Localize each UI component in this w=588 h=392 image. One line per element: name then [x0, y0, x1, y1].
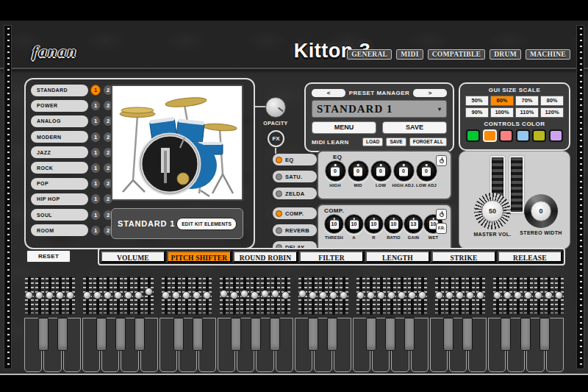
color-swatch-blue[interactable] — [516, 129, 530, 142]
black-key[interactable] — [115, 318, 126, 351]
fx-radio-satu[interactable]: SATU. — [273, 171, 317, 182]
kit-variant-button[interactable]: 1 — [90, 210, 101, 221]
fader-thumb[interactable] — [162, 291, 170, 299]
midi-learn-button[interactable]: SAVE — [386, 138, 406, 146]
fader-thumb[interactable] — [398, 291, 406, 299]
pitch-fader[interactable] — [229, 277, 239, 315]
pitch-fader[interactable] — [161, 277, 171, 315]
fader-thumb[interactable] — [66, 291, 74, 299]
knob-high[interactable]: 0 — [325, 160, 346, 182]
preset-select[interactable]: STANDARD 1 ▾ — [312, 100, 447, 118]
pitch-fader[interactable] — [376, 277, 386, 315]
pitch-fader[interactable] — [397, 277, 406, 315]
kit-name-pill[interactable]: ROCK — [31, 162, 88, 174]
pitch-fader[interactable] — [298, 277, 307, 315]
gui-scale-button[interactable]: 60% — [490, 96, 514, 106]
pitch-fader[interactable] — [281, 277, 290, 315]
black-key[interactable] — [404, 318, 415, 351]
kit-name-pill[interactable]: HIP HOP — [31, 193, 88, 205]
fader-thumb[interactable] — [524, 291, 532, 299]
fx-toggle-button[interactable]: FX — [268, 130, 284, 147]
pitch-fader[interactable] — [387, 277, 396, 315]
pitch-fader[interactable] — [523, 277, 533, 315]
pitch-fader[interactable] — [45, 277, 54, 315]
fader-thumb[interactable] — [466, 291, 474, 299]
kit-name-pill[interactable]: JAZZ — [31, 146, 88, 158]
color-swatch-salmon[interactable] — [499, 129, 513, 142]
master-volume-knob[interactable]: 50 — [474, 193, 511, 229]
pitch-fader[interactable] — [455, 277, 465, 315]
pitch-fader[interactable] — [318, 277, 328, 315]
fader-thumb[interactable] — [46, 291, 54, 299]
fader-thumb[interactable] — [282, 291, 290, 299]
midi-learn-button[interactable]: LOAD — [362, 138, 383, 146]
tab-strike[interactable]: STRIKE — [431, 251, 496, 263]
pitch-fader[interactable] — [55, 277, 65, 315]
reset-button[interactable]: RESET — [26, 250, 71, 263]
fader-thumb[interactable] — [124, 291, 132, 299]
fader-thumb[interactable] — [456, 291, 464, 299]
knob-thresh[interactable]: 10 — [324, 214, 344, 234]
black-key[interactable] — [193, 318, 203, 351]
fx-radio-comp[interactable]: COMP. — [273, 207, 317, 219]
fader-thumb[interactable] — [418, 291, 426, 299]
kit-name-pill[interactable]: POP — [31, 178, 88, 190]
fader-thumb[interactable] — [377, 291, 385, 299]
pitch-fader[interactable] — [445, 277, 454, 315]
black-key[interactable] — [231, 318, 241, 351]
knob-low[interactable]: 0 — [370, 160, 392, 182]
pitch-fader[interactable] — [24, 277, 34, 315]
kit-variant-button[interactable]: 1 — [90, 132, 101, 143]
fader-thumb[interactable] — [555, 291, 563, 299]
fader-thumb[interactable] — [476, 291, 484, 299]
pitch-fader[interactable] — [144, 277, 154, 315]
tab-round-robin[interactable]: ROUND ROBIN — [233, 251, 298, 263]
fader-thumb[interactable] — [56, 291, 64, 299]
menu-button[interactable]: MENU — [312, 121, 376, 134]
pitch-fader[interactable] — [308, 277, 318, 315]
pitch-fader[interactable] — [476, 277, 485, 315]
tab-filter[interactable]: FILTER — [299, 251, 364, 263]
fader-thumb[interactable] — [534, 291, 542, 299]
black-key[interactable] — [173, 318, 184, 351]
tab-length[interactable]: LENGTH — [365, 251, 430, 263]
fader-thumb[interactable] — [445, 291, 453, 299]
fader-thumb[interactable] — [172, 291, 180, 299]
black-key[interactable] — [270, 318, 280, 351]
kit-name-pill[interactable]: ROOM — [31, 224, 88, 236]
kit-variant-button[interactable]: 1 — [90, 225, 101, 236]
tab-volume[interactable]: VOLUME — [101, 251, 165, 263]
knob-mid[interactable]: 0 — [348, 160, 369, 182]
pitch-fader[interactable] — [113, 277, 123, 315]
black-key[interactable] — [135, 318, 145, 351]
fader-thumb[interactable] — [514, 291, 522, 299]
gui-scale-button[interactable]: 80% — [540, 96, 564, 106]
gui-scale-button[interactable]: 120% — [540, 107, 564, 118]
pitch-fader[interactable] — [35, 277, 44, 315]
color-swatch-orange[interactable] — [483, 129, 497, 142]
kit-variant-button[interactable]: 1 — [90, 193, 101, 204]
pitch-fader[interactable] — [434, 277, 444, 315]
pitch-fader[interactable] — [202, 277, 212, 315]
black-key[interactable] — [38, 318, 49, 351]
fader-thumb[interactable] — [298, 290, 306, 298]
stereo-width-knob[interactable]: 0 — [524, 194, 558, 228]
fx-radio-reverb[interactable]: REVERB — [273, 224, 317, 236]
pitch-fader[interactable] — [93, 277, 102, 315]
fader-thumb[interactable] — [435, 291, 443, 299]
preset-prev-button[interactable]: < — [312, 89, 345, 97]
kit-name-pill[interactable]: ANALOG — [31, 115, 88, 127]
fader-thumb[interactable] — [387, 291, 395, 299]
fader-thumb[interactable] — [367, 291, 375, 299]
tab-release[interactable]: RELEASE — [498, 251, 562, 263]
fader-thumb[interactable] — [271, 290, 279, 298]
tab-pitch-shifter[interactable]: PITCH SHIFTER — [167, 251, 232, 263]
fader-thumb[interactable] — [145, 288, 153, 296]
black-key[interactable] — [520, 318, 531, 351]
knob-lowadj[interactable]: 0 — [416, 160, 437, 182]
black-key[interactable] — [327, 318, 337, 351]
fader-thumb[interactable] — [319, 291, 327, 299]
pitch-fader[interactable] — [534, 277, 543, 315]
kit-name-pill[interactable]: POWER — [31, 100, 88, 112]
fader-thumb[interactable] — [356, 291, 365, 299]
